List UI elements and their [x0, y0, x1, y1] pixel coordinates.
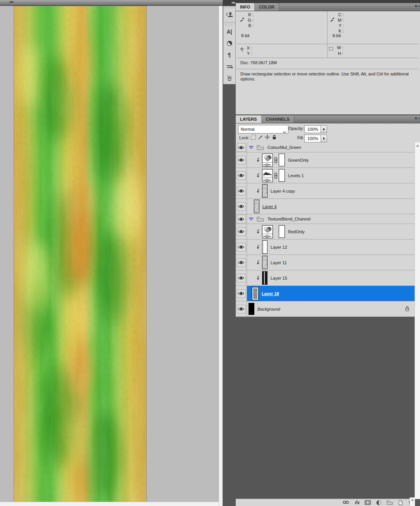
layer-mask-thumbnail[interactable] — [279, 169, 285, 182]
tab-info[interactable]: INFO — [236, 3, 255, 11]
canvas-image[interactable] — [14, 6, 146, 502]
layer-visibility-toggle[interactable] — [236, 168, 247, 183]
layer-visibility-toggle[interactable] — [236, 286, 247, 301]
eye-icon[interactable] — [237, 156, 246, 164]
layer-thumbnail[interactable] — [262, 184, 267, 198]
layer-visibility-toggle[interactable] — [236, 183, 247, 198]
layer-name[interactable]: Layer 12 — [271, 245, 287, 250]
layer-thumbnail[interactable] — [252, 287, 259, 300]
adjustment-thumbnail[interactable] — [262, 154, 273, 167]
scroll-up-icon[interactable] — [416, 143, 419, 148]
layer-thumbnail[interactable] — [249, 303, 254, 315]
eye-icon[interactable] — [237, 258, 246, 267]
layer-row[interactable]: Layer 18 — [236, 286, 415, 301]
tab-color[interactable]: COLOR — [255, 3, 279, 11]
layer-name[interactable]: Layer 4 copy — [271, 189, 295, 193]
layer-mask-thumbnail[interactable] — [279, 225, 285, 238]
layer-visibility-toggle[interactable] — [236, 239, 247, 255]
paragraph-panel-icon[interactable]: ¶ — [223, 49, 235, 61]
layer-thumbnail[interactable] — [262, 240, 267, 254]
layer-row[interactable]: Layer 15 — [236, 270, 415, 286]
lock-all-button[interactable] — [272, 135, 277, 140]
layer-name[interactable]: TextureBlend_Channel — [267, 217, 310, 221]
new-layer-button[interactable] — [398, 500, 403, 506]
layer-visibility-toggle[interactable] — [236, 224, 247, 239]
tool-presets-icon[interactable] — [223, 61, 235, 72]
lock-position-button[interactable] — [265, 135, 270, 140]
lock-transparency-button[interactable] — [251, 135, 256, 140]
layer-row[interactable]: Layer 11 — [236, 255, 415, 270]
layer-name[interactable]: GreenOnly — [288, 158, 309, 162]
layer-name[interactable]: Layer 15 — [271, 276, 287, 280]
eye-icon[interactable] — [237, 215, 246, 223]
adjustment-thumbnail[interactable] — [262, 169, 273, 182]
layer-row[interactable]: Layer 4 — [236, 199, 415, 214]
layer-name[interactable]: Levels 1 — [288, 173, 304, 178]
layer-name[interactable]: Layer 11 — [271, 260, 287, 265]
layer-row[interactable]: Layer 4 copy — [236, 183, 415, 199]
layer-name[interactable]: Layer 4 — [262, 204, 277, 209]
layer-visibility-toggle[interactable] — [236, 214, 247, 224]
new-adjustment-layer-button[interactable] — [376, 500, 381, 506]
layer-row[interactable]: GreenOnly — [236, 152, 415, 168]
brush-presets-icon[interactable] — [223, 72, 235, 84]
layer-name[interactable]: Layer 18 — [262, 291, 279, 296]
layer-visibility-toggle[interactable] — [236, 255, 247, 270]
layer-row[interactable]: Levels 1 — [236, 168, 415, 183]
new-group-button[interactable] — [387, 500, 393, 506]
layer-thumbnail[interactable] — [262, 271, 267, 285]
layer-row[interactable]: Layer 12 — [236, 239, 415, 255]
layer-thumbnail[interactable] — [254, 200, 259, 213]
drag-grip[interactable] — [224, 23, 235, 26]
layer-row[interactable]: RedOnly — [236, 224, 415, 239]
add-layer-mask-button[interactable] — [365, 500, 371, 506]
layer-thumbnail[interactable] — [262, 256, 267, 269]
layer-row[interactable]: Background — [236, 301, 415, 317]
scroll-down-icon[interactable] — [410, 497, 415, 506]
layer-name[interactable]: ColourMul_Green — [267, 145, 301, 150]
tab-channels[interactable]: CHANNELS — [262, 115, 294, 123]
layer-style-button[interactable]: fx — [355, 500, 359, 505]
disclosure-triangle-icon[interactable] — [249, 217, 254, 221]
mask-link-icon[interactable] — [274, 173, 278, 179]
fill-spinner-button[interactable] — [321, 135, 327, 142]
adjustment-thumbnail[interactable] — [262, 225, 273, 238]
eye-icon[interactable] — [237, 143, 246, 152]
eye-icon[interactable] — [237, 243, 246, 251]
collapse-arrows-icon[interactable]: ◀◀ — [9, 0, 13, 3]
tab-layers[interactable]: LAYERS — [236, 115, 262, 123]
panel-menu-icon[interactable]: ▼≡ — [414, 116, 420, 120]
layers-scrollbar[interactable] — [415, 142, 420, 499]
panel-menu-icon[interactable]: ▼≡ — [414, 4, 420, 8]
layer-visibility-toggle[interactable] — [236, 199, 247, 214]
document-horizontal-scrollbar[interactable] — [0, 502, 219, 506]
eye-icon[interactable] — [237, 227, 246, 236]
drag-grip[interactable] — [224, 6, 235, 9]
eye-icon[interactable] — [237, 171, 246, 180]
layer-name[interactable]: Background — [257, 307, 280, 311]
layer-group-row[interactable]: ColourMul_Green — [236, 143, 415, 152]
layer-group-row[interactable]: TextureBlend_Channel — [236, 214, 415, 224]
layer-visibility-toggle[interactable] — [236, 143, 247, 152]
character-panel-icon[interactable]: A| — [223, 26, 235, 38]
layer-mask-thumbnail[interactable] — [279, 154, 285, 166]
layer-visibility-toggle[interactable] — [236, 270, 247, 285]
eye-icon[interactable] — [237, 289, 246, 298]
eye-icon[interactable] — [237, 187, 246, 195]
eye-icon[interactable] — [237, 202, 246, 211]
eye-icon[interactable] — [237, 305, 246, 313]
document-titlebar[interactable]: ◀◀ — [0, 0, 223, 6]
layer-name[interactable]: RedOnly — [288, 229, 305, 234]
canvas-pasteboard[interactable] — [0, 6, 219, 502]
eye-icon[interactable] — [237, 274, 246, 282]
mask-link-icon[interactable] — [274, 157, 278, 163]
opacity-spinner-button[interactable] — [321, 125, 327, 133]
disclosure-triangle-icon[interactable] — [249, 146, 254, 149]
collapse-dock-button[interactable]: ◀◀ — [223, 0, 236, 5]
blend-mode-select[interactable]: Normal — [238, 125, 288, 133]
layer-visibility-toggle[interactable] — [236, 152, 247, 168]
layer-visibility-toggle[interactable] — [236, 301, 247, 316]
adjustments-icon[interactable] — [223, 38, 235, 49]
clone-source-icon[interactable] — [223, 9, 235, 21]
lock-pixels-button[interactable] — [258, 135, 263, 140]
